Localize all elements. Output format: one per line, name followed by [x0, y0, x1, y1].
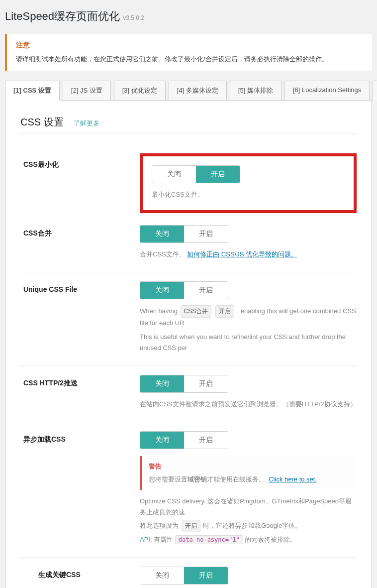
- warn-b: 域密钥: [188, 475, 207, 483]
- warning-text: 您将需要设置域密钥才能使用在线服务。 Click here to set.: [149, 475, 350, 484]
- row-async-css: 异步加载CSS 关闭 开启 警告 您将需要设置域密钥才能使用在线服务。 Clic…: [20, 422, 357, 558]
- page-title: LiteSpeed缓存页面优化 v3.5.0.2: [0, 0, 377, 29]
- desc-async-2: 将此选项设为 开启 时，它还将异步加载Google字体。: [140, 520, 357, 532]
- toggle-css-min-off[interactable]: 关闭: [152, 166, 196, 183]
- desc-unique-css-2: This is useful when you want to refine/l…: [140, 332, 357, 353]
- tab-media[interactable]: [4] 多媒体设定: [169, 81, 227, 101]
- label-ccss: 生成关键CSS: [20, 567, 140, 580]
- toggle-css-combine-off[interactable]: 关闭: [140, 226, 184, 242]
- section-heading: CSS 设置: [20, 116, 64, 129]
- desc-async-api: API: 有属性 data-no-async="1" 的元素将被排除。: [140, 534, 357, 545]
- tab-7[interactable]: [7] i: [373, 81, 377, 101]
- label-http2-push: CSS HTTP/2推送: [20, 375, 140, 388]
- tag-css-combine: CSS合并: [181, 305, 212, 317]
- warn-a: 您将需要设置: [149, 475, 188, 483]
- label-unique-css: Unique CSS File: [20, 281, 140, 293]
- tag-on: 开启: [215, 305, 234, 317]
- desc-async-2a: 将此选项设为: [140, 522, 179, 529]
- tab-js[interactable]: [2] JS 设置: [63, 81, 111, 101]
- api-a: 有属性: [154, 536, 173, 543]
- toggle-css-combine-on[interactable]: 开启: [184, 226, 228, 242]
- section-header: CSS 设置 了解更多: [20, 116, 357, 133]
- desc-css-combine-prefix: 合并CSS文件。: [140, 250, 186, 258]
- toggle-unique-css: 关闭 开启: [140, 281, 228, 299]
- link-css-combine-help[interactable]: 如何修正由 CSS/JS 优化导致的问题。: [187, 250, 297, 258]
- tag-on-2: 开启: [182, 520, 200, 532]
- toggle-async-off[interactable]: 关闭: [140, 432, 184, 449]
- toggle-css-min: 关闭 开启: [152, 165, 240, 183]
- label-async-css: 异步加载CSS: [20, 431, 140, 444]
- row-http2-push: CSS HTTP/2推送 关闭 开启 在站内CSS文件被请求之前预发送它们到浏览…: [20, 366, 357, 422]
- api-code: data-no-async="1": [175, 535, 243, 544]
- notice-text: 请详细测试本处所有功能，在您正式使用它们之前。修改了最小化/合并设定后，请务必执…: [16, 55, 363, 64]
- notice-title: 注意: [16, 41, 363, 50]
- toggle-ccss-off[interactable]: 关闭: [140, 567, 184, 584]
- title-text: LiteSpeed缓存页面优化: [5, 10, 120, 22]
- toggle-async-on[interactable]: 开启: [184, 432, 228, 449]
- desc-http2: 在站内CSS文件被请求之前预发送它们到浏览器。（需要HTTP/2协议支持）: [140, 399, 357, 410]
- toggle-http2-off[interactable]: 关闭: [140, 375, 184, 392]
- learn-more-link[interactable]: 了解更多: [74, 119, 99, 128]
- label-css-min: CSS最小化: [20, 156, 140, 169]
- highlight-box: 关闭 开启 最小化CSS文件。: [140, 153, 357, 213]
- desc-async-1: Optimize CSS delivery. 这会在诸如Pingdom、GTme…: [140, 496, 357, 518]
- desc-css-min: 最小化CSS文件。: [152, 189, 345, 200]
- toggle-http2-push: 关闭 开启: [140, 375, 228, 393]
- toggle-ccss-on[interactable]: 开启: [184, 567, 228, 584]
- row-unique-css: Unique CSS File 关闭 开启 When having CSS合并 …: [20, 272, 357, 366]
- toggle-css-combine: 关闭 开启: [140, 225, 228, 243]
- desc-unique-a: When having: [140, 307, 178, 315]
- notice-box: 注意 请详细测试本处所有功能，在您正式使用它们之前。修改了最小化/合并设定后，请…: [5, 34, 372, 71]
- desc-async-2b: 时，它还将异步加载Google字体。: [203, 522, 301, 529]
- tab-optimize[interactable]: [3] 优化设定: [114, 81, 166, 101]
- toggle-ccss: 关闭 开启: [140, 567, 228, 585]
- toggle-unique-css-on[interactable]: 开启: [184, 282, 228, 299]
- tab-css[interactable]: [1] CSS 设置: [5, 81, 60, 101]
- row-css-combine: CSS合并 关闭 开启 合并CSS文件。 如何修正由 CSS/JS 优化导致的问…: [20, 216, 357, 272]
- toggle-async-css: 关闭 开启: [140, 431, 228, 449]
- tab-media-exclude[interactable]: [5] 媒体排除: [230, 81, 282, 101]
- link-set-domain-key[interactable]: Click here to set.: [269, 475, 317, 483]
- row-css-min: CSS最小化 关闭 开启 最小化CSS文件。: [20, 147, 357, 216]
- api-label: API:: [140, 536, 152, 543]
- settings-panel: CSS 设置 了解更多 CSS最小化 关闭 开启 最小化CSS文件。 CSS合并…: [5, 100, 372, 588]
- toggle-http2-on[interactable]: 开启: [184, 375, 228, 392]
- desc-unique-css-1: When having CSS合并 开启 , enabling this wil…: [140, 305, 357, 328]
- desc-css-combine: 合并CSS文件。 如何修正由 CSS/JS 优化导致的问题。: [140, 249, 357, 260]
- version-text: v3.5.0.2: [123, 14, 144, 21]
- warn-c: 才能使用在线服务。: [207, 475, 265, 483]
- label-css-combine: CSS合并: [20, 225, 140, 238]
- warning-box: 警告 您将需要设置域密钥才能使用在线服务。 Click here to set.: [140, 456, 357, 490]
- row-ccss: 生成关键CSS 关闭 开启 Leave this option 开启 to al…: [20, 558, 357, 588]
- toggle-unique-css-off[interactable]: 关闭: [140, 282, 184, 299]
- tabs-bar: [1] CSS 设置 [2] JS 设置 [3] 优化设定 [4] 多媒体设定 …: [0, 81, 377, 101]
- warning-title: 警告: [149, 462, 350, 471]
- api-b: 的元素将被排除。: [245, 536, 296, 543]
- toggle-css-min-on[interactable]: 开启: [196, 166, 240, 183]
- tab-localization[interactable]: [6] Localization Settings: [284, 81, 370, 101]
